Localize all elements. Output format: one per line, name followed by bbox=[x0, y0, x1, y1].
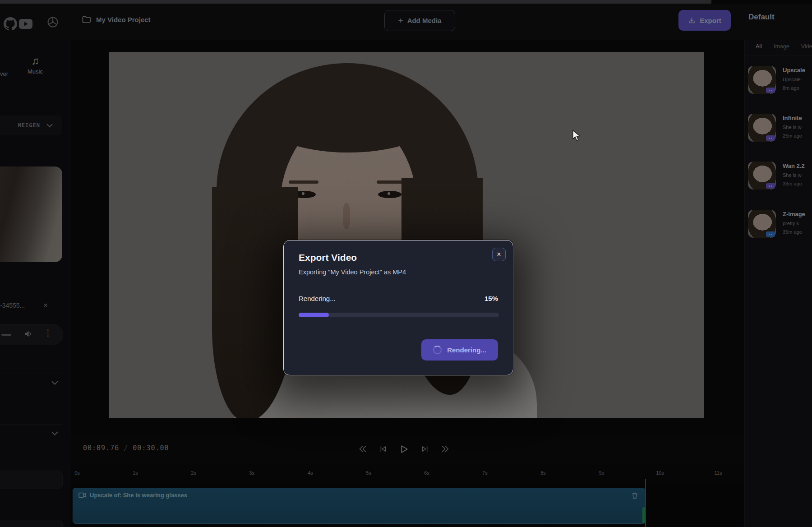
progress-bar-fill bbox=[299, 313, 329, 317]
progress-bar-track bbox=[299, 313, 499, 317]
spinner-icon bbox=[433, 346, 442, 354]
modal-subtitle: Exporting "My Video Project" as MP4 bbox=[299, 268, 406, 276]
modal-title: Export Video bbox=[299, 252, 357, 263]
close-icon: × bbox=[497, 250, 501, 259]
app-screen: My Video Project + Add Media Export ver … bbox=[0, 0, 812, 527]
rendering-button-label: Rendering... bbox=[447, 346, 486, 354]
rendering-button[interactable]: Rendering... bbox=[421, 339, 498, 361]
render-progress-percent: 15% bbox=[484, 295, 498, 302]
mouse-cursor bbox=[572, 130, 582, 142]
export-video-modal: Export Video Exporting "My Video Project… bbox=[283, 240, 513, 375]
render-status-label: Rendering... bbox=[299, 295, 336, 302]
modal-close-button[interactable]: × bbox=[492, 248, 506, 261]
